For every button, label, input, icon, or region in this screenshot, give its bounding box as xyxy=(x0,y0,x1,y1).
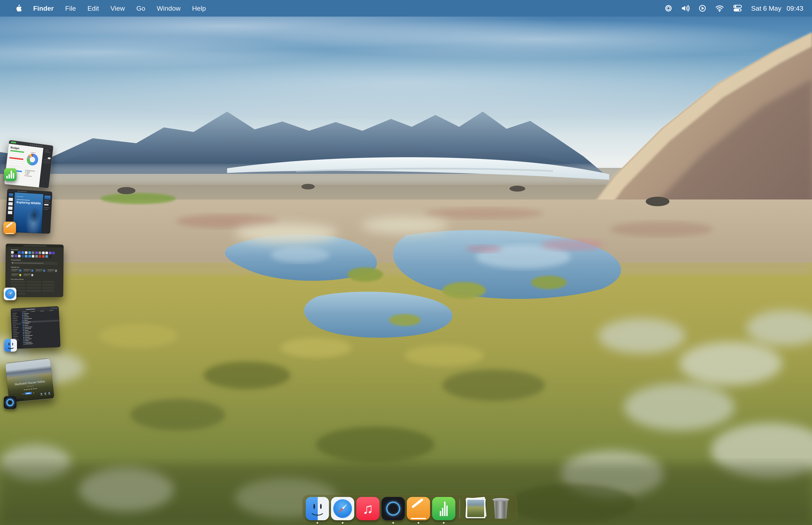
numbers-bars-glyph xyxy=(6,171,14,179)
numbers-table-expenses xyxy=(9,157,23,167)
circle-app-icon[interactable] xyxy=(4,396,16,409)
menu-item-edit[interactable]: Edit xyxy=(88,4,99,12)
pages-doc-title: Exploring Wildlife xyxy=(16,200,41,205)
dock-item-circle-app[interactable] xyxy=(382,497,405,520)
numbers-chart-legend xyxy=(25,170,35,177)
trash-icon xyxy=(492,498,509,519)
clock-date: Sat 6 May xyxy=(751,4,781,12)
photo-tool-icon[interactable] xyxy=(44,392,46,394)
safari-app-icon[interactable] xyxy=(4,288,16,300)
numbers-doc-title: Budget xyxy=(11,146,19,150)
apple-logo-icon xyxy=(15,4,22,12)
finder-face-glyph xyxy=(4,339,17,351)
finder-app-icon[interactable] xyxy=(4,339,17,351)
safari-reading-row2 xyxy=(11,273,61,277)
dock-item-photos-stack[interactable] xyxy=(464,497,487,520)
numbers-sheet-tab xyxy=(11,141,16,144)
ring-glyph xyxy=(6,399,14,406)
safari-compass-glyph xyxy=(333,499,352,518)
photo-prev-button[interactable] xyxy=(22,393,24,395)
wallpaper-terrain xyxy=(0,0,812,525)
dock-divider xyxy=(460,499,460,518)
photo-action-row xyxy=(22,392,34,395)
desktop: Finder File Edit View Go Window Help xyxy=(0,0,812,525)
menu-item-view[interactable]: View xyxy=(110,4,125,12)
pages-pen-glyph xyxy=(411,500,426,515)
pages-document-canvas: Nick Daniels Exploring Wildlife xyxy=(13,192,43,233)
photo-metadata xyxy=(24,388,37,390)
wifi-icon[interactable] xyxy=(715,4,724,12)
dock: ♫ xyxy=(302,495,517,523)
safari-compass-glyph xyxy=(5,289,15,299)
photo-tool-icon[interactable] xyxy=(41,393,42,395)
numbers-bars-glyph xyxy=(440,501,448,516)
running-indicator xyxy=(418,522,419,524)
running-indicator xyxy=(393,522,394,524)
finder-sidebar-selected xyxy=(12,323,21,325)
menu-item-go[interactable]: Go xyxy=(136,4,145,12)
focus-circle-icon[interactable] xyxy=(665,4,672,12)
dock-item-safari[interactable] xyxy=(331,497,354,520)
photo-next-button[interactable] xyxy=(33,392,34,393)
photo-title: Skaftafell Glacier Valley xyxy=(7,379,52,387)
control-center-icon[interactable] xyxy=(733,4,742,12)
menu-item-finder[interactable]: Finder xyxy=(33,4,54,12)
music-note-glyph: ♫ xyxy=(362,501,373,516)
safari-iphone-links xyxy=(11,281,61,295)
dock-item-trash[interactable] xyxy=(489,497,512,520)
numbers-toolbar xyxy=(30,144,42,147)
menu-bar: Finder File Edit View Go Window Help xyxy=(0,0,812,17)
menu-item-file[interactable]: File xyxy=(65,4,76,12)
running-indicator xyxy=(342,522,343,524)
pages-app-icon[interactable] xyxy=(3,222,16,234)
finder-face-glyph xyxy=(306,497,329,520)
safari-address-bar xyxy=(23,245,47,247)
numbers-donut-chart xyxy=(25,151,40,169)
safari-favourites-heading: Favourites xyxy=(11,249,61,251)
menu-item-window[interactable]: Window xyxy=(157,4,181,12)
menu-bar-status: Sat 6 May 09:43 xyxy=(665,4,803,12)
numbers-app-icon[interactable] xyxy=(4,168,17,181)
photo-get-button[interactable] xyxy=(25,392,32,395)
safari-favourites-row1 xyxy=(11,251,61,254)
pages-doc-author: Nick Daniels xyxy=(17,196,23,197)
shield-icon xyxy=(12,262,13,264)
ring-glyph xyxy=(386,502,400,516)
safari-privacy-report xyxy=(11,261,58,265)
now-playing-icon[interactable] xyxy=(699,4,706,12)
safari-privacy-heading: Privacy Report xyxy=(11,259,61,261)
safari-iphone-heading: From Nick's iPhone xyxy=(11,279,61,280)
stage-thumbnail-numbers[interactable]: Budget xyxy=(4,140,54,189)
dock-item-numbers[interactable] xyxy=(432,497,455,520)
photo-tool-icon[interactable] xyxy=(48,392,50,394)
clock-time: 09:43 xyxy=(786,4,803,12)
volume-icon[interactable] xyxy=(681,4,690,12)
dock-item-pages[interactable] xyxy=(407,497,430,520)
stage-thumbnail-finder[interactable] xyxy=(11,306,60,349)
numbers-table-income xyxy=(10,150,24,156)
photos-stack-icon xyxy=(464,497,487,520)
running-indicator xyxy=(443,522,445,524)
safari-reading-list-heading: Reading List xyxy=(11,267,61,268)
wallpaper xyxy=(0,0,812,525)
apple-menu[interactable] xyxy=(15,4,22,12)
running-indicator xyxy=(317,522,318,524)
safari-start-page: Favourites Privacy Report Reading List F… xyxy=(11,247,61,297)
dock-item-finder[interactable] xyxy=(306,497,329,520)
dock-item-music[interactable]: ♫ xyxy=(356,497,380,520)
pages-format-panel xyxy=(41,194,52,234)
finder-file-list xyxy=(21,309,60,348)
numbers-toggle xyxy=(48,157,51,160)
menu-bar-clock[interactable]: Sat 6 May 09:43 xyxy=(751,4,803,12)
safari-favourites-row2 xyxy=(11,255,61,258)
pages-pen-glyph xyxy=(6,223,14,231)
stage-thumbnail-photo-app[interactable]: Skaftafell Glacier Valley ICELAND xyxy=(5,358,54,403)
safari-reading-row1 xyxy=(11,269,61,272)
photo-toolbar-icons xyxy=(40,392,50,395)
menu-item-help[interactable]: Help xyxy=(192,4,206,12)
menu-bar-left: Finder File Edit View Go Window Help xyxy=(15,4,206,12)
